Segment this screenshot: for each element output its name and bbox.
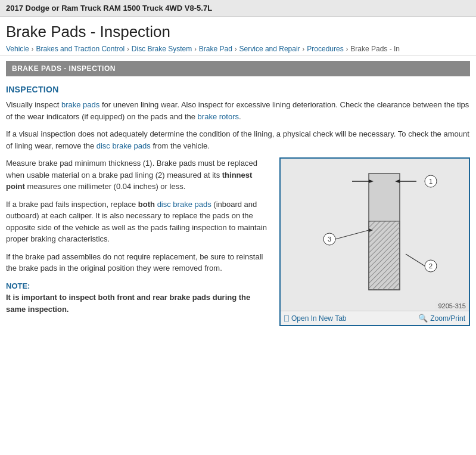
text-column: Measure brake pad minimum thickness (1).… — [6, 157, 271, 326]
link-disc-brake-pads-1[interactable]: disc brake pads — [97, 141, 151, 150]
breadcrumb-vehicle[interactable]: Vehicle — [6, 45, 29, 53]
breadcrumb-sep-6: › — [346, 45, 349, 52]
para-5: If the brake pad assemblies do not requi… — [6, 251, 271, 274]
inspection-heading: INSPECTION — [6, 85, 470, 94]
both-label: both — [138, 200, 155, 209]
breadcrumb-sep-1: › — [32, 45, 34, 52]
diagram-footer: ⎕ Open In New Tab 🔍 Zoom/Print — [281, 311, 469, 325]
zoom-print-button[interactable]: 🔍 Zoom/Print — [418, 314, 465, 323]
diagram-svg: 1 2 3 — [281, 159, 469, 311]
para-4: If a brake pad fails inspection, replace… — [6, 199, 271, 245]
top-bar: 2017 Dodge or Ram Truck RAM 1500 Truck 4… — [0, 0, 476, 17]
svg-text:1: 1 — [429, 178, 433, 185]
zoom-print-label: Zoom/Print — [430, 314, 465, 323]
open-tab-label: Open In New Tab — [291, 314, 347, 323]
page-header: Brake Pads - Inspection Vehicle › Brakes… — [0, 17, 476, 56]
breadcrumb-brakes[interactable]: Brakes and Traction Control — [36, 45, 125, 53]
note-heading: NOTE: — [6, 281, 30, 290]
para-2: If a visual inspection does not adequate… — [6, 128, 470, 151]
note-text: It is important to inspect both front an… — [6, 293, 250, 314]
link-brake-rotors[interactable]: brake rotors — [198, 112, 239, 121]
svg-text:3: 3 — [328, 236, 331, 243]
diagram-box: 1 2 3 9205-315 — [279, 157, 470, 326]
diagram-column: 1 2 3 9205-315 — [279, 157, 470, 326]
content-area: BRAKE PADS - INSPECTION INSPECTION Visua… — [0, 61, 476, 332]
breadcrumb-current: Brake Pads - In — [350, 45, 400, 53]
link-brake-pads-1[interactable]: brake pads — [61, 100, 99, 109]
breadcrumb-disc[interactable]: Disc Brake System — [132, 45, 192, 53]
breadcrumb-procedures[interactable]: Procedures — [307, 45, 343, 53]
vehicle-title: 2017 Dodge or Ram Truck RAM 1500 Truck 4… — [6, 4, 212, 13]
image-number: 9205-315 — [435, 301, 469, 311]
para-1: Visually inspect brake pads for uneven l… — [6, 99, 470, 122]
breadcrumb-sep-2: › — [127, 45, 129, 52]
section-header: BRAKE PADS - INSPECTION — [6, 61, 470, 76]
diagram-image-area: 1 2 3 9205-315 — [281, 159, 469, 311]
link-disc-brake-pads-2[interactable]: disc brake pads — [157, 200, 211, 209]
svg-rect-2 — [369, 221, 400, 290]
open-tab-icon: ⎕ — [284, 314, 289, 323]
breadcrumb-sep-5: › — [303, 45, 305, 52]
note-para: NOTE: It is important to inspect both fr… — [6, 280, 271, 315]
para-3: Measure brake pad minimum thickness (1).… — [6, 157, 271, 193]
breadcrumb: Vehicle › Brakes and Traction Control › … — [6, 45, 470, 53]
diagram-section: Measure brake pad minimum thickness (1).… — [6, 157, 470, 326]
breadcrumb-sep-3: › — [194, 45, 197, 52]
svg-text:2: 2 — [429, 262, 433, 270]
page-title: Brake Pads - Inspection — [6, 23, 470, 41]
zoom-icon: 🔍 — [418, 314, 428, 323]
open-new-tab-button[interactable]: ⎕ Open In New Tab — [284, 314, 347, 323]
breadcrumb-pad[interactable]: Brake Pad — [199, 45, 232, 53]
breadcrumb-sep-4: › — [235, 45, 237, 52]
thinnest-point-label: thinnest point — [6, 171, 252, 191]
breadcrumb-service[interactable]: Service and Repair — [239, 45, 300, 53]
